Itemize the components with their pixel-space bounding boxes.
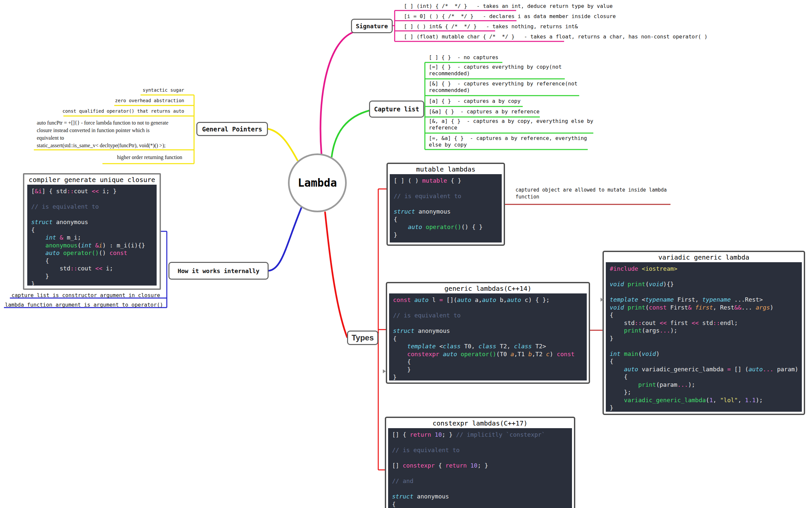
node-how-it-works-internally[interactable]: How it works internally [169,262,269,280]
capture-item[interactable]: [=] { } - captures everything by copy(no… [429,64,562,77]
mutable-lambdas-note[interactable]: captured object are allowed to mutate in… [516,187,667,201]
code-panel: [ ] ( ) mutable { } // is equivalent to … [390,174,502,243]
branch-curve-internals [269,206,302,271]
collapse-icon[interactable] [601,298,604,302]
general-pointers-item[interactable]: const qualified operator() that returns … [62,108,184,114]
general-pointers-item[interactable]: syntactic sugar [143,87,184,93]
card-constexpr-lambdas[interactable]: constexpr lambdas(C++17) [] { return 10;… [385,417,575,508]
node-label: Capture list [374,105,419,113]
code-panel: [&i] { std::cout << i; } // is equivalen… [27,185,157,286]
capture-item[interactable]: [&, a] { } - captures a by copy, everyth… [429,118,593,131]
card-mutable-lambdas[interactable]: mutable lambdas [ ] ( ) mutable { } // i… [386,163,505,246]
general-pointers-item[interactable]: higher order returning function [117,154,182,161]
node-label: Types [352,333,374,342]
signature-item[interactable]: [ ] (int) { /* */ } - takes an int, dedu… [404,3,613,9]
code-panel: [] { return 10; } // implicitly `constex… [388,428,572,508]
card-title: mutable lambdas [388,164,504,174]
capture-item[interactable]: [&] { } - captures everything by referen… [429,81,578,94]
collapse-icon[interactable] [383,369,386,373]
node-types[interactable]: Types [347,331,378,345]
node-signature[interactable]: Signature [351,19,393,33]
node-general-pointers[interactable]: General Pointers [196,122,268,136]
node-label: General Pointers [202,126,262,133]
mindmap-canvas: { "colors": { "signature": "#e6188c", "c… [0,0,812,508]
node-capture-list[interactable]: Capture list [369,100,424,118]
center-node-label: Lambda [298,176,337,189]
capture-item[interactable]: [&a] { } - captures a by reference [429,109,539,115]
internals-note[interactable]: lambda function argument is argument to … [5,302,163,308]
node-label: Signature [356,23,388,30]
branch-curve-general-pointers [268,129,297,160]
branch-curve-capture-list [332,111,370,157]
capture-item[interactable]: [a] { } - captures a by copy [429,98,520,104]
signature-item[interactable]: [ ] ( ) int& { /* */ } - takes nothing, … [404,23,578,30]
branch-curve-types [325,212,347,337]
general-pointers-item[interactable]: zero overhead abstraction [115,97,184,103]
signature-item[interactable]: [i = 0] ( ) { /* */ } - declares i as da… [404,13,616,20]
general-pointers-note[interactable]: auto funcPtr = +[]{} - force lambda func… [37,119,169,149]
internals-note[interactable]: capture list is constructor argument in … [11,292,160,299]
capture-item[interactable]: [ ] { } - no captures [429,54,498,61]
node-label: How it works internally [178,267,259,274]
card-title: variadic generic lambda [604,252,804,262]
card-variadic-generic-lambda[interactable]: variadic generic lambda #include <iostre… [603,251,805,415]
signature-item[interactable]: [ ] (float) mutable char { /* */ } - tak… [404,34,708,40]
code-panel: #include <iostream> void print(void){} t… [606,262,802,412]
card-title: constexpr lambdas(C++17) [386,418,574,428]
code-panel: const auto l = [](auto a,auto b,auto c) … [389,293,587,381]
capture-item[interactable]: [=, &a] { } - captures a by reference, e… [429,135,587,148]
center-node-lambda[interactable]: Lambda [288,154,347,212]
card-title: generic lambdas(C++14) [387,283,589,293]
card-generic-lambdas[interactable]: generic lambdas(C++14) const auto l = []… [386,282,590,384]
card-compiler-generated-closure[interactable]: compiler generate unique closure [&i] { … [23,173,161,290]
card-title: compiler generate unique closure [24,174,159,185]
